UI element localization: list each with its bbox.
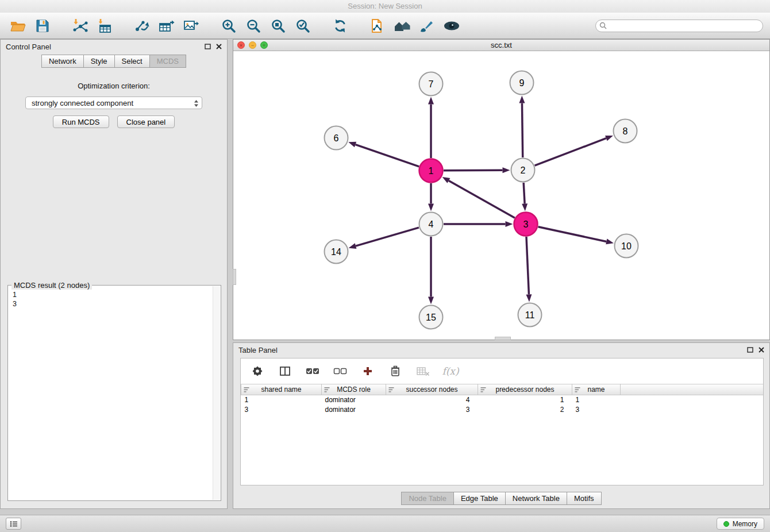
table-clear-icon-disabled — [417, 367, 430, 376]
table-cell: dominator — [322, 405, 386, 415]
graph-node-10[interactable]: 10 — [615, 234, 638, 258]
graph-edge-4-14[interactable] — [356, 228, 419, 246]
clear-table-button[interactable] — [415, 364, 430, 379]
graph-edge-2-9[interactable] — [522, 103, 522, 157]
task-history-button[interactable] — [6, 518, 21, 530]
graph-node-4[interactable]: 4 — [419, 213, 443, 236]
export-network-button[interactable] — [131, 15, 152, 37]
mcds-result-line: 1 — [13, 290, 211, 299]
graph-node-14[interactable]: 14 — [325, 240, 348, 264]
open-folder-icon — [10, 19, 26, 33]
close-mcds-panel-button[interactable]: Close panel — [117, 115, 175, 128]
tab-network-table[interactable]: Network Table — [505, 492, 567, 505]
graph-node-2[interactable]: 2 — [511, 159, 535, 182]
control-panel: Control Panel NetworkStyleSelectMCDS Opt… — [0, 39, 228, 509]
graph-edge-3-10[interactable] — [538, 227, 606, 242]
float-panel-button[interactable] — [205, 43, 211, 51]
window-zoom-button[interactable]: + — [260, 41, 268, 49]
apply-style-button[interactable] — [416, 15, 437, 37]
trash-icon — [390, 365, 401, 377]
graph-node-9[interactable]: 9 — [510, 71, 534, 95]
show-columns-button[interactable] — [278, 364, 292, 379]
table-cell: 4 — [386, 395, 478, 405]
table-cell: 3 — [386, 405, 478, 415]
apply-function-button[interactable]: f(x) — [443, 364, 458, 379]
splitter-handle-horizontal[interactable] — [495, 337, 511, 340]
result-scrollbar[interactable] — [213, 286, 220, 500]
graph-edge-1-6[interactable] — [356, 145, 419, 167]
network-window-title: scc.txt — [233, 41, 769, 49]
tab-style[interactable]: Style — [83, 55, 114, 68]
select-all-button[interactable] — [305, 364, 320, 379]
graph-node-1[interactable]: 1 — [419, 159, 443, 183]
import-table-button[interactable] — [94, 15, 115, 37]
graph-node-11[interactable]: 11 — [518, 303, 542, 327]
svg-text:10: 10 — [621, 241, 632, 251]
graph-node-7[interactable]: 7 — [419, 72, 443, 96]
clone-network-button[interactable] — [367, 15, 388, 37]
graph-edge-3-1[interactable] — [449, 180, 515, 218]
export-image-button[interactable] — [180, 15, 202, 37]
refresh-view-button[interactable] — [329, 15, 351, 37]
criterion-dropdown[interactable]: strongly connected component — [25, 97, 202, 109]
close-panel-button[interactable] — [216, 43, 222, 51]
graph-edge-3-11[interactable] — [526, 237, 529, 295]
column-header-MCDS-role[interactable]: MCDS role — [322, 384, 386, 395]
tab-select[interactable]: Select — [114, 55, 149, 68]
import-network-button[interactable] — [69, 15, 90, 37]
table-settings-button[interactable] — [250, 364, 265, 379]
zoom-in-button[interactable] — [218, 15, 239, 37]
table-panel-title: Table Panel — [238, 346, 278, 354]
run-mcds-button[interactable]: Run MCDS — [53, 115, 109, 128]
graph-node-6[interactable]: 6 — [325, 126, 348, 150]
mcds-result-line: 3 — [13, 299, 211, 309]
graph-node-15[interactable]: 15 — [419, 306, 443, 329]
open-file-button[interactable] — [7, 15, 28, 37]
graph-edge-2-8[interactable] — [535, 138, 606, 165]
control-panel-title: Control Panel — [6, 43, 51, 51]
zoom-out-button[interactable] — [242, 15, 264, 37]
tab-motifs[interactable]: Motifs — [567, 492, 602, 505]
graph-edge-2-3[interactable] — [523, 183, 525, 204]
export-image-icon — [183, 19, 199, 33]
search-field-wrap — [595, 20, 763, 32]
add-column-button[interactable] — [360, 364, 375, 379]
table-cell: 2 — [478, 405, 572, 415]
open-session-button[interactable] — [391, 15, 413, 37]
export-table-button[interactable] — [156, 15, 177, 37]
splitter-handle-vertical[interactable] — [233, 269, 236, 285]
column-header-shared-name[interactable]: shared name — [241, 384, 322, 395]
show-hide-graphics-button[interactable] — [441, 15, 462, 37]
memory-button[interactable]: Memory — [717, 518, 764, 530]
table-panel: Table Panel — [233, 342, 770, 509]
window-minimize-button[interactable]: − — [249, 41, 256, 49]
column-header-predecessor-nodes[interactable]: predecessor nodes — [478, 384, 572, 395]
network-window-titlebar[interactable]: × − + scc.txt — [233, 40, 769, 51]
column-header-name[interactable]: name — [572, 384, 621, 395]
network-canvas[interactable]: 7968124314101511 — [233, 52, 769, 340]
graph-node-8[interactable]: 8 — [614, 119, 637, 143]
delete-column-button[interactable] — [388, 364, 403, 379]
tab-mcds[interactable]: MCDS — [149, 55, 186, 68]
zoom-fit-button[interactable] — [267, 15, 288, 37]
deselect-all-button[interactable] — [333, 364, 348, 379]
tab-network[interactable]: Network — [41, 55, 83, 68]
node-table-header-row: shared nameMCDS rolesuccessor nodesprede… — [241, 384, 764, 395]
search-input[interactable] — [595, 20, 763, 32]
graph-edge-arrowhead — [502, 167, 510, 173]
window-close-button[interactable]: × — [237, 41, 245, 49]
graph-node-3[interactable]: 3 — [514, 213, 538, 236]
tab-edge-table[interactable]: Edge Table — [453, 492, 505, 505]
zoom-selected-button[interactable] — [292, 15, 313, 37]
float-table-panel-button[interactable] — [747, 346, 753, 354]
table-row[interactable]: 3dominator323 — [241, 405, 764, 415]
table-row[interactable]: 1dominator411 — [241, 395, 764, 405]
close-table-panel-button[interactable] — [759, 346, 764, 354]
tab-node-table[interactable]: Node Table — [401, 492, 453, 505]
save-session-button[interactable] — [32, 15, 53, 37]
graph-edge-1-2[interactable] — [444, 170, 503, 171]
export-network-icon — [134, 19, 150, 33]
table-cell: 3 — [241, 405, 322, 415]
mcds-result-box: MCDS result (2 nodes) 13 — [7, 285, 221, 501]
column-header-successor-nodes[interactable]: successor nodes — [386, 384, 478, 395]
